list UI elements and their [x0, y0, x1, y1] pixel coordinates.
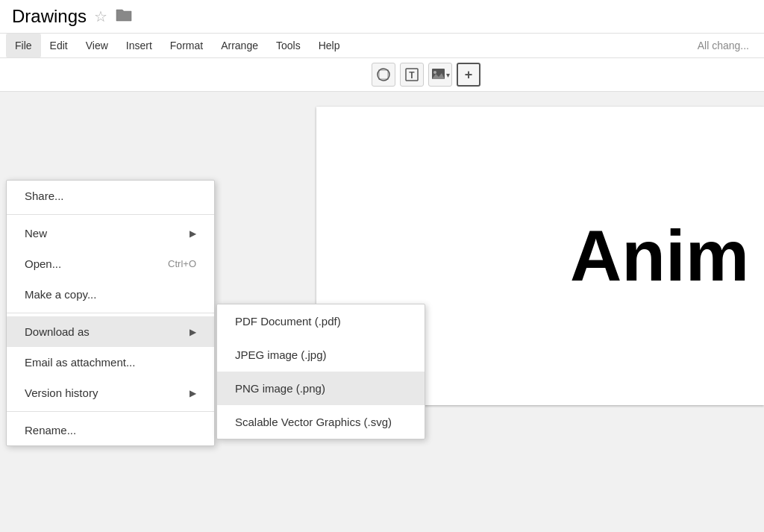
title-bar: Drawings ☆ [0, 0, 764, 34]
menu-file[interactable]: File [6, 34, 41, 57]
menu-item-version[interactable]: Version history ▶ [7, 378, 214, 408]
app-title: Drawings [12, 6, 87, 27]
folder-icon[interactable] [115, 7, 133, 26]
menu-help[interactable]: Help [310, 34, 349, 57]
menu-item-copy[interactable]: Make a copy... [7, 279, 214, 310]
menu-item-share[interactable]: Share... [7, 181, 214, 211]
toolbar: T ▾ + [0, 58, 764, 92]
all-changes-status: All chang... [689, 34, 758, 57]
text-tool-button[interactable]: T [400, 63, 424, 87]
new-arrow: ▶ [190, 228, 196, 239]
menu-insert[interactable]: Insert [117, 34, 161, 57]
menu-view[interactable]: View [77, 34, 117, 57]
menu-bar: File Edit View Insert Format Arrange Too… [0, 34, 764, 58]
menu-arrange[interactable]: Arrange [212, 34, 267, 57]
menu-item-rename[interactable]: Rename... [7, 415, 214, 445]
menu-tools[interactable]: Tools [267, 34, 310, 57]
shape-tool-button[interactable] [372, 63, 395, 87]
divider-1 [7, 214, 214, 215]
menu-format[interactable]: Format [161, 34, 212, 57]
submenu-png[interactable]: PNG image (.png) [217, 372, 425, 405]
menu-item-download[interactable]: Download as ▶ [7, 316, 214, 347]
download-arrow: ▶ [190, 327, 196, 337]
page-wrapper: Drawings ☆ File Edit View Insert Format … [0, 0, 764, 532]
svg-text:T: T [409, 70, 415, 81]
menu-item-open[interactable]: Open... Ctrl+O [7, 248, 214, 279]
menu-item-email[interactable]: Email as attachment... [7, 347, 214, 378]
open-shortcut: Ctrl+O [168, 258, 196, 269]
svg-point-6 [433, 71, 436, 74]
star-icon[interactable]: ☆ [94, 7, 107, 25]
submenu-svg[interactable]: Scalable Vector Graphics (.svg) [217, 405, 425, 439]
menu-edit[interactable]: Edit [41, 34, 77, 57]
canvas-text: Anim [570, 220, 749, 292]
submenu-pdf[interactable]: PDF Document (.pdf) [217, 304, 425, 338]
divider-3 [7, 411, 214, 412]
download-submenu: PDF Document (.pdf) JPEG image (.jpg) PN… [216, 304, 425, 439]
version-arrow: ▶ [190, 388, 196, 398]
menu-item-new[interactable]: New ▶ [7, 218, 214, 248]
file-menu-dropdown: Share... New ▶ Open... Ctrl+O Make a cop… [6, 180, 215, 446]
add-button[interactable]: + [457, 63, 480, 87]
divider-2 [7, 313, 214, 313]
submenu-jpeg[interactable]: JPEG image (.jpg) [217, 338, 425, 372]
svg-rect-1 [379, 70, 388, 79]
image-tool-button[interactable]: ▾ [428, 63, 452, 87]
